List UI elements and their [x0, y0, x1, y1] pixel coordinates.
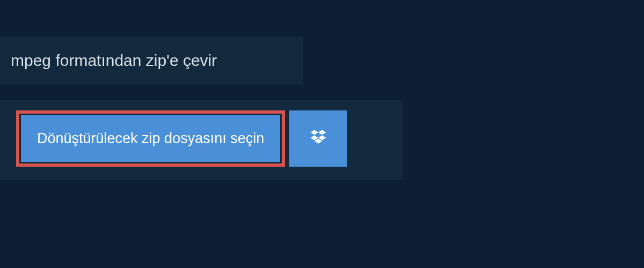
button-row: Dönüştürülecek zip dosyasını seçin: [16, 110, 386, 167]
file-select-button[interactable]: Dönüştürülecek zip dosyasını seçin: [21, 115, 280, 162]
main-panel: Dönüştürülecek zip dosyasını seçin: [0, 100, 402, 180]
dropbox-icon: [309, 128, 328, 149]
page-title: mpeg formatından zip'e çevir: [11, 51, 292, 70]
dropbox-button[interactable]: [289, 110, 347, 167]
header-bar: mpeg formatından zip'e çevir: [0, 36, 303, 85]
highlight-wrapper: Dönüştürülecek zip dosyasını seçin: [16, 110, 285, 167]
